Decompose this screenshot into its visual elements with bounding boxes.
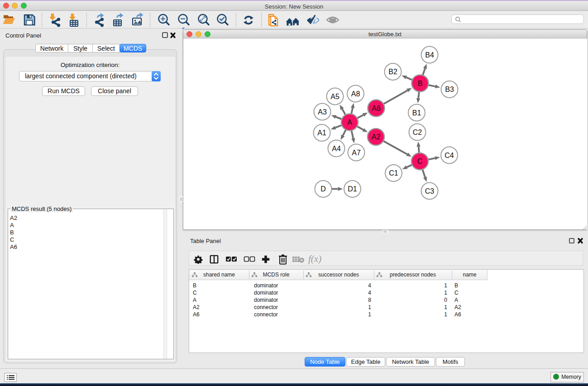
svg-text:A5: A5 [330,93,339,100]
svg-text:A8: A8 [351,90,360,98]
svg-text:C4: C4 [445,152,454,159]
svg-text:B2: B2 [388,68,397,76]
svg-text:C1: C1 [389,169,398,177]
svg-text:A4: A4 [332,145,341,152]
svg-text:C3: C3 [425,187,435,195]
svg-text:C: C [417,157,423,165]
svg-text:A7: A7 [352,149,361,157]
svg-text:B1: B1 [412,109,421,117]
svg-text:B3: B3 [445,86,454,93]
svg-text:A1: A1 [317,129,326,137]
svg-text:A3: A3 [318,108,327,116]
svg-text:D: D [320,185,326,193]
svg-text:D1: D1 [348,185,357,193]
svg-text:A2: A2 [372,133,381,141]
svg-text:B4: B4 [425,51,434,59]
svg-text:B: B [418,80,423,87]
svg-text:C2: C2 [413,129,422,136]
svg-text:A6: A6 [372,105,381,112]
svg-text:A: A [347,119,352,126]
